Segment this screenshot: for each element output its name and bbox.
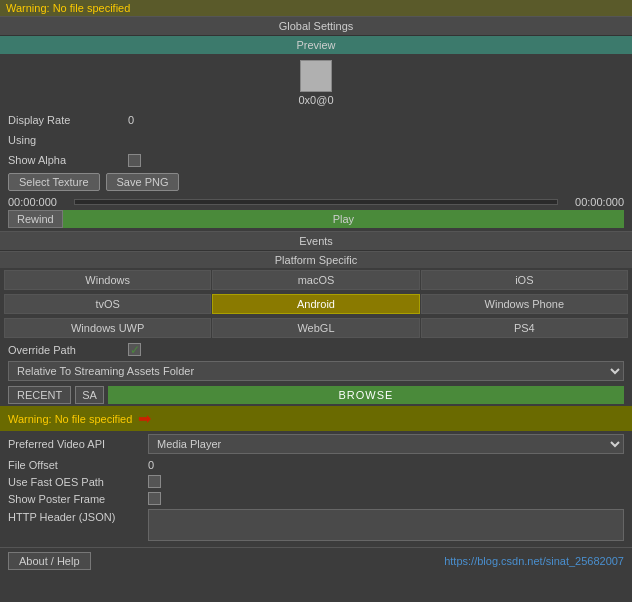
platform-ps4-btn[interactable]: PS4 <box>421 318 628 338</box>
play-button[interactable]: Play <box>63 210 624 228</box>
file-warning-row: Warning: No file specified ➡ <box>0 406 632 431</box>
texture-buttons-row: Select Texture Save PNG <box>0 170 632 194</box>
footer-row: About / Help https://blog.csdn.net/sinat… <box>0 547 632 574</box>
platform-grid-row2: tvOS Android Windows Phone <box>0 292 632 316</box>
file-buttons-row: RECENT SA BROWSE <box>0 384 632 406</box>
platform-windows-phone-btn[interactable]: Windows Phone <box>421 294 628 314</box>
show-alpha-label: Show Alpha <box>8 154 128 166</box>
file-warning-text: Warning: No file specified <box>8 413 132 425</box>
show-poster-label: Show Poster Frame <box>8 493 148 505</box>
browse-button[interactable]: BROWSE <box>108 386 624 404</box>
preferred-api-dropdown[interactable]: Media Player <box>148 434 624 454</box>
platform-android-btn[interactable]: Android <box>212 294 419 314</box>
show-alpha-checkbox[interactable] <box>128 154 141 167</box>
override-dropdown-row: Relative To Streaming Assets Folder <box>0 359 632 384</box>
using-row: Using <box>0 130 632 150</box>
display-rate-label: Display Rate <box>8 114 128 126</box>
platform-windows-btn[interactable]: Windows <box>4 270 211 290</box>
override-path-label: Override Path <box>8 344 128 356</box>
about-help-button[interactable]: About / Help <box>8 552 91 570</box>
http-header-label: HTTP Header (JSON) <box>8 509 148 523</box>
override-path-row: Override Path ✓ <box>0 340 632 359</box>
preferred-api-label: Preferred Video API <box>8 438 148 450</box>
file-offset-label: File Offset <box>8 459 148 471</box>
using-label: Using <box>8 134 128 146</box>
platform-specific-header: Platform Specific <box>0 251 632 268</box>
http-header-row: HTTP Header (JSON) <box>0 507 632 543</box>
platform-grid-row1: Windows macOS iOS <box>0 268 632 292</box>
preview-area: 0x0@0 <box>0 54 632 110</box>
override-path-dropdown[interactable]: Relative To Streaming Assets Folder <box>8 361 624 381</box>
warning-top-bar: Warning: No file specified <box>0 0 632 16</box>
platform-webgl-btn[interactable]: WebGL <box>212 318 419 338</box>
preferred-api-row: Preferred Video API Media Player <box>0 431 632 457</box>
fast-oes-label: Use Fast OES Path <box>8 476 148 488</box>
file-offset-value: 0 <box>148 459 154 471</box>
rewind-button[interactable]: Rewind <box>8 210 63 228</box>
timeline-row: 00:00:000 00:00:000 <box>0 194 632 210</box>
recent-button[interactable]: RECENT <box>8 386 71 404</box>
fast-oes-checkbox[interactable] <box>148 475 161 488</box>
show-poster-row: Show Poster Frame <box>0 490 632 507</box>
display-rate-row: Display Rate 0 <box>0 110 632 130</box>
global-settings-header: Global Settings <box>0 16 632 36</box>
select-texture-button[interactable]: Select Texture <box>8 173 100 191</box>
fast-oes-row: Use Fast OES Path <box>0 473 632 490</box>
show-alpha-row: Show Alpha <box>0 150 632 170</box>
show-poster-checkbox[interactable] <box>148 492 161 505</box>
preview-resolution-label: 0x0@0 <box>298 94 333 106</box>
save-png-button[interactable]: Save PNG <box>106 173 180 191</box>
play-row: Rewind Play <box>0 210 632 231</box>
time-end-label: 00:00:000 <box>564 196 624 208</box>
http-header-input[interactable] <box>148 509 624 541</box>
display-rate-value: 0 <box>128 114 134 126</box>
events-header: Events <box>0 231 632 251</box>
time-start-label: 00:00:000 <box>8 196 68 208</box>
footer-link[interactable]: https://blog.csdn.net/sinat_25682007 <box>444 555 624 567</box>
platform-windows-uwp-btn[interactable]: Windows UWP <box>4 318 211 338</box>
platform-macos-btn[interactable]: macOS <box>212 270 419 290</box>
preview-bar: Preview <box>0 36 632 54</box>
timeline-bar[interactable] <box>74 199 558 205</box>
arrow-icon: ➡ <box>138 409 151 428</box>
sa-button[interactable]: SA <box>75 386 104 404</box>
platform-tvos-btn[interactable]: tvOS <box>4 294 211 314</box>
platform-ios-btn[interactable]: iOS <box>421 270 628 290</box>
file-offset-row: File Offset 0 <box>0 457 632 473</box>
main-container: Warning: No file specified Global Settin… <box>0 0 632 574</box>
platform-grid-row3: Windows UWP WebGL PS4 <box>0 316 632 340</box>
warning-top-text: Warning: No file specified <box>6 2 130 14</box>
preview-thumbnail <box>300 60 332 92</box>
override-path-checkbox[interactable]: ✓ <box>128 343 141 356</box>
